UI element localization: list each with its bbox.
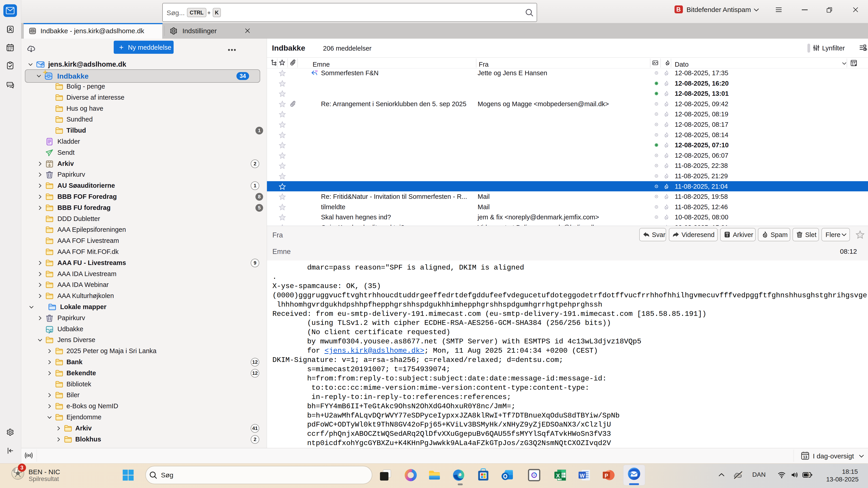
svg-text:W: W xyxy=(580,473,585,479)
svg-text:13: 13 xyxy=(803,455,807,459)
svg-text:X: X xyxy=(556,473,560,479)
svg-text:P: P xyxy=(604,473,608,479)
